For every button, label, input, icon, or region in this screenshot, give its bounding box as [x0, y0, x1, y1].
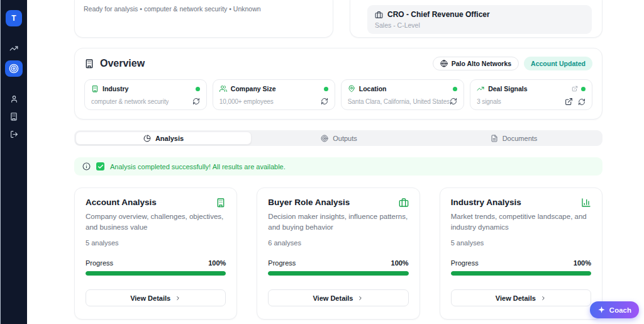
- chevron-right-icon: [357, 295, 364, 301]
- sidebar-item-profile[interactable]: [5, 93, 23, 104]
- tab-documents[interactable]: Documents: [426, 131, 601, 145]
- status-dot: [324, 87, 328, 91]
- building-icon: [84, 59, 94, 69]
- briefcase-icon: [399, 198, 409, 208]
- view-details-button[interactable]: View Details: [268, 289, 408, 306]
- main-content: Ready for analysis • computer & network …: [27, 0, 644, 324]
- sparkles-icon: [597, 306, 606, 314]
- top-row: Ready for analysis • computer & network …: [74, 0, 602, 38]
- role-title: CRO - Chief Revenue Officer: [387, 10, 490, 19]
- stat-card-company-size: Company Size 10,000+ employees: [213, 79, 335, 110]
- chevron-right-icon: [540, 295, 547, 301]
- refresh-icon[interactable]: [450, 98, 457, 105]
- stat-card-deal-signals: Deal Signals 3 signals: [470, 79, 592, 110]
- role-item[interactable]: CRO - Chief Revenue Officer Sales - C-Le…: [367, 5, 592, 34]
- overview-title: Overview: [100, 58, 145, 69]
- account-updated-badge: Account Updated: [524, 57, 592, 70]
- refresh-icon[interactable]: [192, 98, 200, 105]
- users-icon: [219, 85, 227, 92]
- account-summary-card: Ready for analysis • computer & network …: [74, 0, 333, 38]
- globe-icon: [440, 60, 448, 67]
- info-icon: [82, 162, 91, 170]
- tab-analysis[interactable]: Analysis: [75, 131, 252, 145]
- tab-bar: Analysis Outputs Documents: [74, 130, 602, 146]
- progress-bar: [451, 271, 591, 276]
- progress-bar: [86, 271, 226, 276]
- chevron-right-icon: [175, 295, 181, 301]
- overview-section: Overview Palo Alto Networks Account Upda…: [74, 48, 602, 120]
- buyer-role-analysis-card: Buyer Role Analysis Decision maker insig…: [257, 187, 419, 320]
- target-icon: [321, 135, 328, 142]
- target-icon: [9, 64, 19, 74]
- refresh-icon[interactable]: [321, 98, 328, 105]
- bar-chart-icon: [581, 198, 591, 208]
- status-dot: [581, 87, 586, 91]
- app-window: T: [0, 0, 644, 324]
- overview-stats: Industry computer & network security: [84, 79, 592, 110]
- briefcase-icon: [375, 11, 383, 19]
- trending-up-icon: [9, 44, 18, 53]
- pie-chart-icon: [143, 135, 151, 142]
- external-link-icon[interactable]: [565, 98, 573, 106]
- company-badge[interactable]: Palo Alto Networks: [433, 57, 519, 70]
- coach-button[interactable]: Coach: [590, 301, 639, 318]
- refresh-icon[interactable]: [578, 98, 586, 106]
- view-details-button[interactable]: View Details: [451, 289, 591, 306]
- stat-card-industry: Industry computer & network security: [84, 79, 207, 110]
- industry-analysis-card: Industry Analysis Market trends, competi…: [440, 187, 602, 320]
- sidebar: T: [0, 0, 27, 324]
- building-icon: [216, 198, 226, 208]
- status-dot: [196, 87, 200, 91]
- building-icon: [91, 85, 99, 92]
- sidebar-item-company[interactable]: [5, 111, 23, 122]
- trending-up-icon: [477, 85, 484, 92]
- account-analysis-card: Account Analysis Company overview, chall…: [74, 187, 237, 320]
- success-banner: Analysis completed successfully! All res…: [74, 157, 602, 176]
- check-square-icon: [96, 162, 104, 170]
- file-text-icon: [491, 135, 498, 142]
- success-message: Analysis completed successfully! All res…: [110, 163, 286, 170]
- sidebar-item-logout[interactable]: [5, 128, 23, 140]
- view-details-button[interactable]: View Details: [86, 289, 226, 306]
- tab-outputs[interactable]: Outputs: [252, 131, 426, 145]
- overview-title-row: Overview: [84, 58, 145, 69]
- status-dot: [453, 87, 457, 91]
- sidebar-item-target[interactable]: [5, 60, 23, 77]
- building-icon: [9, 112, 18, 121]
- buyer-role-card: CRO - Chief Revenue Officer Sales - C-Le…: [350, 0, 602, 38]
- account-status-line: Ready for analysis • computer & network …: [84, 5, 324, 13]
- logout-icon: [10, 130, 18, 138]
- role-subtitle: Sales - C-Level: [375, 21, 584, 29]
- progress-bar: [268, 271, 408, 276]
- user-icon: [10, 95, 18, 103]
- map-pin-icon: [348, 85, 355, 92]
- sidebar-nav: [5, 43, 23, 146]
- analysis-cards: Account Analysis Company overview, chall…: [74, 187, 602, 320]
- stat-card-location: Location Santa Clara, California, United…: [341, 79, 464, 110]
- external-link-icon[interactable]: [572, 86, 578, 92]
- avatar[interactable]: T: [6, 10, 22, 26]
- sidebar-item-analytics[interactable]: [5, 43, 23, 54]
